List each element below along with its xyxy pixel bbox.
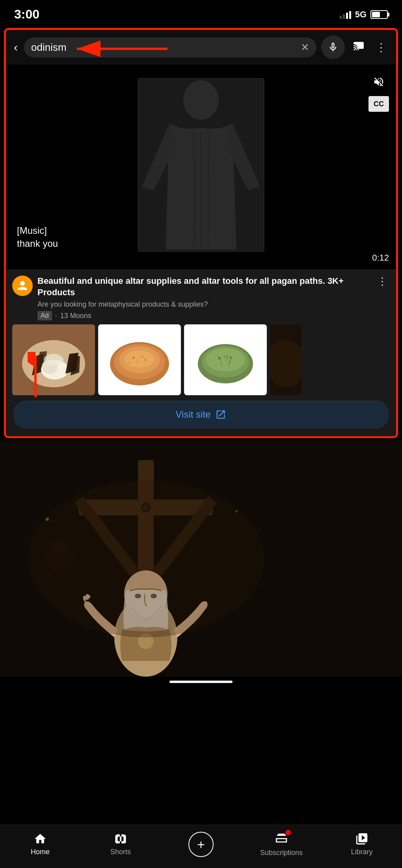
ad-info: Beautiful and unique altar supplies and … xyxy=(37,276,370,320)
library-icon xyxy=(355,832,369,846)
external-link-icon xyxy=(215,409,226,420)
nav-home-label: Home xyxy=(31,848,50,856)
product-image-3[interactable] xyxy=(184,324,267,395)
svg-point-26 xyxy=(129,362,130,364)
visit-site-label: Visit site xyxy=(176,409,211,420)
cast-button[interactable] xyxy=(350,39,368,56)
svg-rect-58 xyxy=(120,837,121,841)
battery-icon xyxy=(370,10,388,19)
signal-bars xyxy=(340,10,351,19)
home-indicator xyxy=(0,677,402,685)
status-bar: 3:00 5G xyxy=(0,0,402,26)
ad-badge: Ad xyxy=(37,311,52,320)
add-icon: + xyxy=(197,838,205,851)
nav-library-label: Library xyxy=(351,848,372,856)
svg-point-3 xyxy=(183,80,219,120)
status-time: 3:00 xyxy=(14,7,39,22)
second-video-background xyxy=(0,440,402,677)
shorts-icon xyxy=(114,832,128,846)
nav-add[interactable]: + xyxy=(173,832,229,857)
svg-point-24 xyxy=(136,361,138,363)
nav-subscriptions[interactable]: Subscriptions xyxy=(254,831,309,857)
second-video-section[interactable] xyxy=(0,440,402,677)
svg-point-22 xyxy=(132,357,135,359)
ad-subtitle: Are you looking for metaphysical product… xyxy=(37,300,370,309)
add-button[interactable]: + xyxy=(188,832,214,857)
search-bar: ‹ odinism ✕ ⋮ xyxy=(6,30,396,65)
cc-label: CC xyxy=(374,100,384,108)
ad-section: Beautiful and unique altar supplies and … xyxy=(6,269,396,436)
cast-icon xyxy=(353,41,365,52)
back-button[interactable]: ‹ xyxy=(12,39,19,56)
svg-point-16 xyxy=(44,354,63,366)
nav-home[interactable]: Home xyxy=(13,832,68,856)
avatar-icon xyxy=(15,279,30,293)
status-icons: 5G xyxy=(340,9,388,20)
product-image-4-partial xyxy=(270,324,302,395)
svg-point-30 xyxy=(206,348,245,372)
svg-point-57 xyxy=(235,510,238,513)
home-indicator-bar xyxy=(169,681,233,683)
video-duration: 0:12 xyxy=(372,253,389,263)
home-icon xyxy=(33,832,47,846)
svg-point-40 xyxy=(270,340,302,387)
signal-bar-3 xyxy=(346,13,348,19)
product-crystals-image xyxy=(12,324,95,395)
search-clear-button[interactable]: ✕ xyxy=(301,41,309,54)
nav-subscriptions-label: Subscriptions xyxy=(260,849,303,857)
product-spice-image xyxy=(98,324,181,395)
svg-point-55 xyxy=(49,538,69,555)
svg-point-56 xyxy=(46,518,49,521)
ad-meta: Ad · 13 Moons xyxy=(37,311,370,320)
more-options-button[interactable]: ⋮ xyxy=(372,39,390,56)
svg-point-21 xyxy=(125,350,154,368)
mic-button[interactable] xyxy=(321,35,345,59)
product-image-2[interactable] xyxy=(98,324,181,395)
product-image-4[interactable] xyxy=(270,324,302,395)
video-player[interactable]: CC [Music] thank you 0:12 xyxy=(6,65,396,269)
mute-button[interactable] xyxy=(368,72,389,92)
search-red-arrow xyxy=(69,37,187,61)
nav-shorts[interactable]: Shorts xyxy=(93,832,148,856)
bottom-navigation: Home Shorts + Subscriptions xyxy=(0,825,402,868)
svg-point-4 xyxy=(20,281,25,286)
product-image-1[interactable] xyxy=(12,324,95,395)
svg-point-25 xyxy=(144,359,147,361)
video-caption: [Music] thank you xyxy=(17,224,58,250)
network-label: 5G xyxy=(355,9,367,20)
signal-bar-4 xyxy=(349,11,351,19)
video-robe-image xyxy=(134,76,268,257)
nav-library[interactable]: Library xyxy=(334,832,389,856)
visit-site-button[interactable]: Visit site xyxy=(14,401,388,428)
mic-icon xyxy=(328,42,339,53)
product-herb-image xyxy=(184,324,267,395)
mute-icon xyxy=(373,76,385,88)
ad-channel: 13 Moons xyxy=(60,312,91,320)
product-images-row xyxy=(12,324,390,395)
ad-header: Beautiful and unique altar supplies and … xyxy=(12,276,390,320)
cc-button[interactable]: CC xyxy=(368,96,389,112)
ad-title: Beautiful and unique altar supplies and … xyxy=(37,276,370,298)
main-content-outline: ‹ odinism ✕ ⋮ xyxy=(4,28,398,438)
ad-avatar xyxy=(12,276,33,296)
signal-bar-1 xyxy=(340,16,342,19)
svg-point-23 xyxy=(141,356,143,358)
ad-more-button[interactable]: ⋮ xyxy=(375,276,390,288)
nav-shorts-label: Shorts xyxy=(110,848,131,856)
notification-dot xyxy=(285,830,291,835)
signal-bar-2 xyxy=(343,14,345,19)
